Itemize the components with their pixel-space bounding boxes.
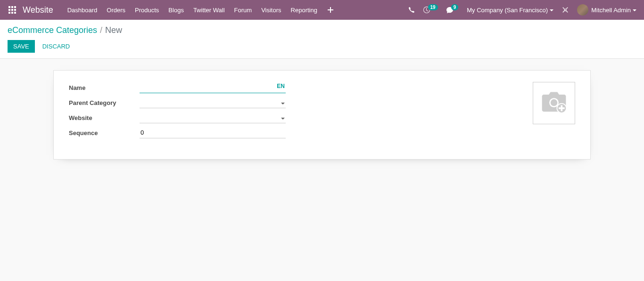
nav-visitors[interactable]: Visitors [256,0,286,20]
svg-point-11 [564,9,566,11]
save-button[interactable]: Save [8,40,35,53]
control-buttons: Save Discard [8,40,636,53]
company-name: My Company (San Francisco) [467,7,548,14]
svg-rect-6 [8,12,10,14]
nav-new-content[interactable] [322,0,339,20]
nav-products[interactable]: Products [130,0,164,20]
nav-orders[interactable]: Orders [102,0,130,20]
nav-blogs[interactable]: Blogs [164,0,189,20]
navbar: Website Dashboard Orders Products Blogs … [0,0,644,20]
nav-reporting[interactable]: Reporting [286,0,322,20]
svg-rect-5 [14,9,16,11]
svg-rect-4 [11,9,13,11]
discard-button[interactable]: Discard [39,40,74,53]
form-sheet: Name EN Parent Category Website [53,70,591,160]
svg-rect-2 [14,6,16,8]
nav-menu: Dashboard Orders Products Blogs Twitter … [63,0,339,20]
breadcrumb-parent[interactable]: eCommerce Categories [8,25,97,35]
website-label: Website [69,114,140,121]
image-upload[interactable] [533,82,575,124]
camera-plus-icon [540,92,568,114]
apps-icon[interactable] [4,0,21,20]
debug-icon[interactable] [558,0,572,20]
sequence-input[interactable] [140,127,286,138]
company-switcher[interactable]: My Company (San Francisco) [463,0,557,20]
nav-twitter-wall[interactable]: Twitter Wall [189,0,230,20]
translate-button[interactable]: EN [277,83,285,89]
voip-icon[interactable] [405,0,419,20]
form-container: Name EN Parent Category Website [0,59,644,171]
control-panel: eCommerce Categories / New Save Discard [0,20,644,59]
navbar-right: 19 9 My Company (San Francisco) Mitchell… [405,0,640,20]
breadcrumb-separator: / [100,25,102,35]
svg-rect-0 [8,6,10,8]
brand-title[interactable]: Website [23,5,53,15]
field-sequence: Sequence [69,127,286,138]
field-name: Name EN [69,82,286,93]
svg-rect-16 [559,107,565,109]
caret-down-icon [550,7,553,14]
messages-badge: 9 [451,4,459,10]
svg-rect-7 [11,12,13,14]
website-input[interactable] [140,112,286,123]
user-menu[interactable]: Mitchell Admin [573,0,640,20]
svg-point-13 [551,99,558,106]
field-parent-category: Parent Category [69,97,286,108]
parent-category-label: Parent Category [69,99,140,106]
navbar-left: Website Dashboard Orders Products Blogs … [4,0,405,20]
form-fields: Name EN Parent Category Website [69,82,533,142]
avatar [577,4,588,16]
sequence-label: Sequence [69,129,140,136]
breadcrumb: eCommerce Categories / New [8,25,636,35]
svg-rect-1 [11,6,13,8]
name-label: Name [69,84,140,91]
parent-category-input[interactable] [140,97,286,108]
svg-rect-10 [328,9,333,10]
nav-forum[interactable]: Forum [230,0,257,20]
svg-rect-8 [14,12,16,14]
messages-icon[interactable]: 9 [443,0,462,20]
nav-dashboard[interactable]: Dashboard [63,0,102,20]
caret-down-icon [633,7,636,14]
name-input[interactable] [140,82,286,93]
user-name: Mitchell Admin [591,7,631,14]
breadcrumb-current: New [105,25,122,35]
svg-rect-3 [8,9,10,11]
field-website: Website [69,112,286,123]
activities-badge: 19 [428,4,438,10]
activities-icon[interactable]: 19 [420,0,442,20]
